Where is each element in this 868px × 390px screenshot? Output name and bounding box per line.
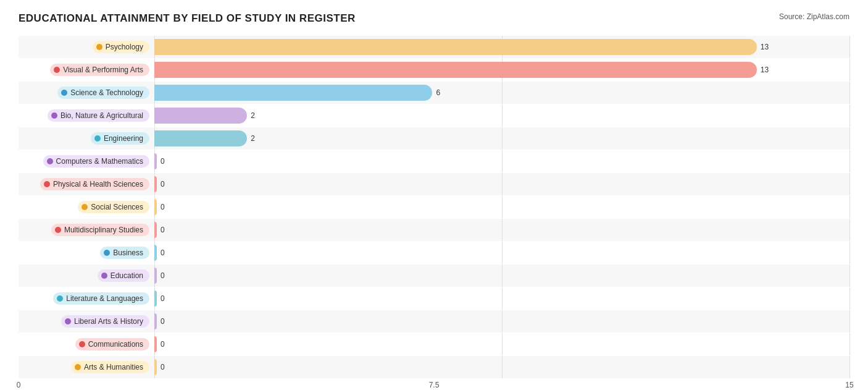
bar-label-wrap: Social Sciences [19,201,154,213]
bar-dot [81,204,88,210]
bar-label-wrap: Visual & Performing Arts [19,64,154,76]
bar-dot [96,44,102,50]
grid-line [849,196,850,218]
bar-container: 6 [154,82,849,104]
bar-container: 0 [154,333,849,355]
bar-label-wrap: Computers & Mathematics [19,155,154,167]
bar-label-wrap: Liberal Arts & History [19,315,154,328]
bar-row: Social Sciences0 [19,196,849,218]
bar-label-pill: Multidisciplinary Studies [51,224,149,236]
grid-line [502,356,503,378]
bar-label-wrap: Arts & Humanities [19,361,154,373]
bar-label-pill: Education [98,269,149,282]
bar-container: 0 [154,356,849,378]
bar-container: 0 [154,287,849,310]
bar-dot [79,341,85,347]
source-label: Source: ZipAtlas.com [779,12,849,21]
grid-line [849,104,850,127]
grid-line [502,310,503,333]
bar-label-text: Science & Technology [70,88,143,97]
bar-row: Arts & Humanities0 [19,356,849,378]
bar-label-text: Liberal Arts & History [74,317,143,326]
bar-container: 0 [154,310,849,333]
bar-container: 2 [154,127,849,150]
bar-row: Communications0 [19,333,849,355]
bar-row: Education0 [19,265,849,287]
bar-label-wrap: Literature & Languages [19,292,154,305]
bar-label-wrap: Education [19,269,154,282]
bar-value-label: 0 [161,294,165,303]
grid-line [849,59,850,81]
grid-line [849,356,850,378]
bar-row: Science & Technology6 [19,82,849,104]
bar-label-text: Computers & Mathematics [56,157,143,166]
bar [154,222,157,238]
bar-label-wrap: Science & Technology [19,87,154,99]
grid-line [849,219,850,241]
chart-header: EDUCATIONAL ATTAINMENT BY FIELD OF STUDY… [19,12,849,25]
bar-label-wrap: Multidisciplinary Studies [19,224,154,236]
bar-value-label: 0 [161,203,165,211]
bar-value-label: 0 [161,271,165,280]
bar-container: 13 [154,36,849,58]
bar-label-pill: Science & Technology [57,87,149,99]
bar-row: Physical & Health Sciences0 [19,173,849,195]
bar-container: 0 [154,265,849,287]
x-axis: 07.515 [19,381,849,390]
bar-value-label: 2 [251,111,255,120]
bar-row: Visual & Performing Arts13 [19,59,849,81]
grid-line [502,265,503,287]
bar-label-pill: Arts & Humanities [71,361,149,373]
bar-label-wrap: Bio, Nature & Agricultural [19,109,154,122]
bar [154,268,157,284]
bar-dot [54,67,60,73]
bar-label-text: Social Sciences [91,203,143,211]
chart-area: Psychology13Visual & Performing Arts13Sc… [19,36,849,378]
bar-dot [94,135,101,142]
bar [154,176,157,192]
bar-value-label: 0 [161,248,165,257]
bar [154,313,157,329]
bar-label-text: Psychology [106,43,143,51]
bar-label-pill: Communications [75,338,149,350]
grid-line [502,196,503,218]
bar-dot [55,227,61,233]
bar-label-pill: Computers & Mathematics [43,155,149,167]
grid-line [849,173,850,195]
bar-row: Psychology13 [19,36,849,58]
bar [154,62,757,78]
grid-line [502,104,503,127]
grid-line [849,127,850,150]
bar-label-text: Literature & Languages [66,294,143,303]
x-axis-label: 0 [17,381,21,389]
bar-row: Engineering2 [19,127,849,150]
grid-line [502,287,503,310]
bar-row: Business0 [19,242,849,264]
bar [154,153,157,169]
chart-title: EDUCATIONAL ATTAINMENT BY FIELD OF STUDY… [19,12,356,25]
bar-label-text: Multidisciplinary Studies [64,226,143,234]
bar-value-label: 6 [436,88,440,97]
bar-label-pill: Liberal Arts & History [61,315,149,328]
bar-value-label: 0 [161,317,165,326]
bar-container: 0 [154,173,849,195]
bar-label-pill: Social Sciences [78,201,149,213]
grid-line [502,173,503,195]
grid-line [502,82,503,104]
bar-dot [51,112,57,119]
grid-line [849,150,850,172]
bar-value-label: 0 [161,180,165,189]
chart-wrapper: EDUCATIONAL ATTAINMENT BY FIELD OF STUDY… [19,12,849,390]
bar-label-text: Arts & Humanities [84,363,143,371]
bar-container: 0 [154,150,849,172]
bar [154,245,157,261]
bar [154,108,247,124]
bar [154,85,432,101]
bar-dot [101,273,107,279]
bar-label-wrap: Physical & Health Sciences [19,178,154,190]
bar-dot [61,90,67,96]
bar-dot [47,158,53,164]
bar-label-pill: Engineering [91,132,149,145]
x-axis-label: 7.5 [429,381,440,389]
bar-value-label: 0 [161,157,165,166]
